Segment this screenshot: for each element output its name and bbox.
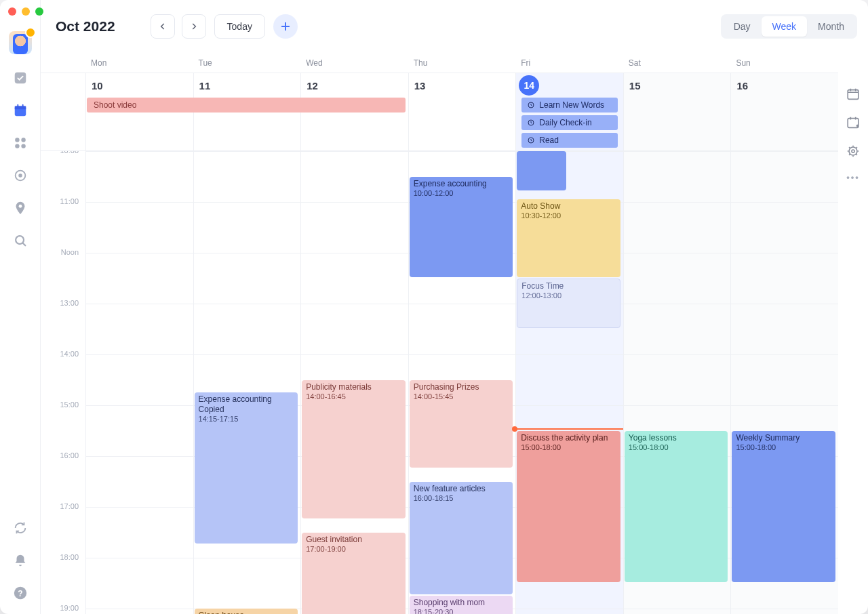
help-icon[interactable]: ?	[13, 586, 28, 600]
location-icon[interactable]	[13, 201, 28, 216]
view-toggle: Day Week Month	[721, 14, 857, 39]
dow-label: Fri	[515, 53, 623, 73]
event-discuss[interactable]: Discuss the activity plan 15:00-18:00	[517, 431, 620, 582]
svg-point-8	[21, 144, 25, 148]
event-time: 15:00-18:00	[629, 443, 724, 453]
event-expense-thu[interactable]: Expense accounting 10:00-12:00	[410, 177, 513, 277]
event-title: Yoga lessons	[629, 433, 724, 443]
day-cell[interactable]: 13	[408, 73, 516, 150]
dow-label: Sun	[730, 53, 838, 73]
date-header: 10 11 12 13 14 Learn New Words Daily Che…	[41, 73, 838, 151]
svg-rect-2	[14, 106, 26, 110]
day-number: 11	[199, 80, 211, 91]
event-prizes[interactable]: Purchasing Prizes 14:00-15:45	[410, 380, 513, 468]
calendar-header: Oct 2022 Today Day Week Month	[41, 0, 868, 53]
habit-title: Daily Check-in	[539, 118, 591, 127]
day-cell-today[interactable]: 14 Learn New Words Daily Check-in Read	[515, 73, 623, 150]
event-title: New feature articles	[414, 484, 509, 494]
day-cell[interactable]: 16	[730, 73, 838, 150]
svg-rect-0	[14, 73, 26, 84]
event-title: Shoot video	[94, 100, 136, 110]
event-title: Discuss the activity plan	[521, 433, 616, 443]
app-window: ? ••• Oct 2022 Today Day Week M	[0, 0, 868, 614]
event-title: Shopping with mom	[414, 598, 509, 608]
event-time: 17:00-19:00	[306, 545, 401, 554]
checkbox-icon[interactable]	[13, 70, 28, 85]
target-icon[interactable]	[13, 168, 28, 183]
avatar[interactable]	[9, 31, 32, 54]
event-yoga[interactable]: Yoga lessons 15:00-18:00	[625, 431, 728, 582]
event-time: 14:00-15:45	[414, 392, 509, 402]
event-title: Expense accounting	[414, 179, 509, 189]
prev-button[interactable]	[151, 14, 175, 39]
event-focus-time[interactable]: Focus Time 12:00-13:00	[517, 279, 620, 328]
event-time: 15:00-18:00	[521, 443, 616, 453]
dow-label: Wed	[300, 53, 408, 73]
event-time: 16:00-18:15	[414, 494, 509, 504]
event-friday-block[interactable]	[517, 151, 566, 190]
day-number: 16	[736, 80, 748, 91]
add-button[interactable]	[273, 14, 298, 39]
event-new-feature[interactable]: New feature articles 16:00-18:15	[410, 482, 513, 595]
event-title: Publicity materials	[306, 382, 401, 392]
mini-calendar-icon[interactable]	[846, 87, 861, 102]
event-time: 15:00-18:00	[736, 443, 831, 453]
svg-rect-4	[22, 104, 23, 108]
zoom-icon[interactable]	[35, 7, 43, 16]
day-number: 13	[414, 80, 426, 91]
calendar: Mon Tue Wed Thu Fri Sat Sun 10 11 12 13	[41, 53, 838, 614]
sidebar-left: ?	[0, 0, 41, 614]
event-time: 18:15-20:30	[414, 608, 509, 614]
today-button[interactable]: Today	[214, 14, 265, 39]
allday-event-shoot-video[interactable]: Shoot video	[87, 98, 406, 112]
event-time: 10:00-12:00	[414, 189, 509, 199]
event-clean-house[interactable]: Clean house 18:30-21:00	[195, 609, 298, 614]
svg-point-10	[19, 174, 22, 177]
svg-point-5	[15, 138, 19, 142]
view-week-button[interactable]: Week	[762, 16, 808, 37]
event-guest-inv[interactable]: Guest invitation 17:00-19:00	[302, 533, 406, 615]
habit-chip[interactable]: Daily Check-in	[521, 115, 618, 130]
habit-chip[interactable]: Learn New Words	[521, 98, 618, 112]
view-day-button[interactable]: Day	[723, 16, 762, 37]
minimize-icon[interactable]	[22, 7, 30, 16]
event-shopping[interactable]: Shopping with mom 18:15-20:30	[410, 596, 513, 614]
calendar-icon[interactable]	[13, 103, 28, 118]
day-cell[interactable]: 15	[623, 73, 731, 150]
dow-label: Thu	[408, 53, 516, 73]
event-time: 10:30-12:00	[521, 211, 616, 221]
event-title: Auto Show	[521, 201, 616, 211]
bell-icon[interactable]	[13, 553, 28, 568]
view-month-button[interactable]: Month	[807, 16, 855, 37]
habit-chip[interactable]: Read	[521, 133, 618, 148]
schedule-icon[interactable]	[846, 115, 861, 130]
event-title: Weekly Summary	[736, 433, 831, 443]
dow-label: Mon	[85, 53, 193, 73]
day-number: 15	[629, 80, 641, 91]
day-number: 12	[307, 80, 318, 91]
time-grid: 10:0011:00Noon13:0014:0015:0016:0017:001…	[41, 151, 838, 614]
apps-icon[interactable]	[13, 136, 28, 150]
day-number: 10	[92, 80, 103, 91]
event-title: Guest invitation	[306, 535, 401, 545]
svg-point-18	[852, 150, 854, 152]
clock-icon	[527, 101, 535, 109]
dow-header: Mon Tue Wed Thu Fri Sat Sun	[41, 53, 838, 73]
close-icon[interactable]	[8, 7, 16, 16]
dow-label: Sat	[623, 53, 731, 73]
sync-icon[interactable]	[13, 520, 28, 535]
svg-rect-3	[17, 104, 18, 108]
habit-title: Learn New Words	[539, 100, 604, 110]
search-icon[interactable]	[13, 233, 28, 248]
event-summary[interactable]: Weekly Summary 15:00-18:00	[732, 431, 835, 582]
event-publicity[interactable]: Publicity materials 14:00-16:45	[302, 380, 406, 518]
window-traffic-lights	[8, 7, 43, 16]
clock-icon	[527, 119, 535, 127]
event-auto-show[interactable]: Auto Show 10:30-12:00	[517, 199, 620, 277]
today-badge: 14	[519, 75, 539, 96]
settings-icon[interactable]	[846, 144, 861, 159]
next-button[interactable]	[182, 14, 206, 39]
more-icon[interactable]: •••	[846, 172, 860, 182]
event-expense-tue[interactable]: Expense accounting Copied 14:15-17:15	[195, 392, 298, 544]
month-title: Oct 2022	[56, 18, 115, 35]
